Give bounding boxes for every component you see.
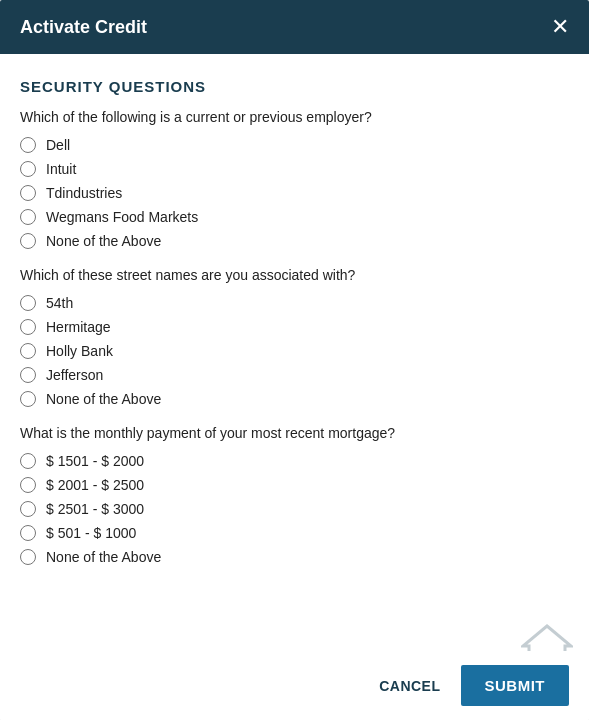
label-jefferson: Jefferson bbox=[46, 367, 103, 383]
cancel-button[interactable]: CANCEL bbox=[379, 678, 440, 694]
section-title: SECURITY QUESTIONS bbox=[20, 78, 569, 95]
option-501-1000[interactable]: $ 501 - $ 1000 bbox=[20, 525, 569, 541]
label-2501-3000: $ 2501 - $ 3000 bbox=[46, 501, 144, 517]
option-holly-bank[interactable]: Holly Bank bbox=[20, 343, 569, 359]
option-54th[interactable]: 54th bbox=[20, 295, 569, 311]
label-intuit: Intuit bbox=[46, 161, 76, 177]
radio-501-1000[interactable] bbox=[20, 525, 36, 541]
label-2001-2500: $ 2001 - $ 2500 bbox=[46, 477, 144, 493]
option-2001-2500[interactable]: $ 2001 - $ 2500 bbox=[20, 477, 569, 493]
option-tdindustries[interactable]: Tdindustries bbox=[20, 185, 569, 201]
label-1501-2000: $ 1501 - $ 2000 bbox=[46, 453, 144, 469]
option-hermitage[interactable]: Hermitage bbox=[20, 319, 569, 335]
radio-none-q1[interactable] bbox=[20, 233, 36, 249]
label-holly-bank: Holly Bank bbox=[46, 343, 113, 359]
label-wegmans: Wegmans Food Markets bbox=[46, 209, 198, 225]
option-jefferson[interactable]: Jefferson bbox=[20, 367, 569, 383]
radio-none-q3[interactable] bbox=[20, 549, 36, 565]
option-wegmans[interactable]: Wegmans Food Markets bbox=[20, 209, 569, 225]
option-none-q3[interactable]: None of the Above bbox=[20, 549, 569, 565]
radio-2001-2500[interactable] bbox=[20, 477, 36, 493]
label-501-1000: $ 501 - $ 1000 bbox=[46, 525, 136, 541]
question-3-text: What is the monthly payment of your most… bbox=[20, 425, 569, 441]
label-none-q1: None of the Above bbox=[46, 233, 161, 249]
radio-none-q2[interactable] bbox=[20, 391, 36, 407]
radio-holly-bank[interactable] bbox=[20, 343, 36, 359]
label-none-q2: None of the Above bbox=[46, 391, 161, 407]
option-intuit[interactable]: Intuit bbox=[20, 161, 569, 177]
question-1-text: Which of the following is a current or p… bbox=[20, 109, 569, 125]
modal-title: Activate Credit bbox=[20, 17, 147, 38]
radio-intuit[interactable] bbox=[20, 161, 36, 177]
question-2-text: Which of these street names are you asso… bbox=[20, 267, 569, 283]
radio-1501-2000[interactable] bbox=[20, 453, 36, 469]
radio-jefferson[interactable] bbox=[20, 367, 36, 383]
close-icon[interactable]: ✕ bbox=[551, 16, 569, 38]
label-tdindustries: Tdindustries bbox=[46, 185, 122, 201]
label-54th: 54th bbox=[46, 295, 73, 311]
label-dell: Dell bbox=[46, 137, 70, 153]
modal-header: Activate Credit ✕ bbox=[0, 0, 589, 54]
activate-credit-modal: Activate Credit ✕ SECURITY QUESTIONS Whi… bbox=[0, 0, 589, 720]
question-1-options: Dell Intuit Tdindustries Wegmans Food Ma… bbox=[20, 137, 569, 249]
option-1501-2000[interactable]: $ 1501 - $ 2000 bbox=[20, 453, 569, 469]
submit-button[interactable]: SUBMIT bbox=[461, 665, 570, 706]
radio-dell[interactable] bbox=[20, 137, 36, 153]
modal-footer: CANCEL SUBMIT bbox=[0, 651, 589, 720]
label-hermitage: Hermitage bbox=[46, 319, 111, 335]
option-none-q1[interactable]: None of the Above bbox=[20, 233, 569, 249]
radio-wegmans[interactable] bbox=[20, 209, 36, 225]
question-3-options: $ 1501 - $ 2000 $ 2001 - $ 2500 $ 2501 -… bbox=[20, 453, 569, 565]
question-2-options: 54th Hermitage Holly Bank Jefferson None… bbox=[20, 295, 569, 407]
radio-54th[interactable] bbox=[20, 295, 36, 311]
option-2501-3000[interactable]: $ 2501 - $ 3000 bbox=[20, 501, 569, 517]
label-none-q3: None of the Above bbox=[46, 549, 161, 565]
radio-2501-3000[interactable] bbox=[20, 501, 36, 517]
option-dell[interactable]: Dell bbox=[20, 137, 569, 153]
radio-tdindustries[interactable] bbox=[20, 185, 36, 201]
modal-body: SECURITY QUESTIONS Which of the followin… bbox=[0, 54, 589, 720]
radio-hermitage[interactable] bbox=[20, 319, 36, 335]
option-none-q2[interactable]: None of the Above bbox=[20, 391, 569, 407]
